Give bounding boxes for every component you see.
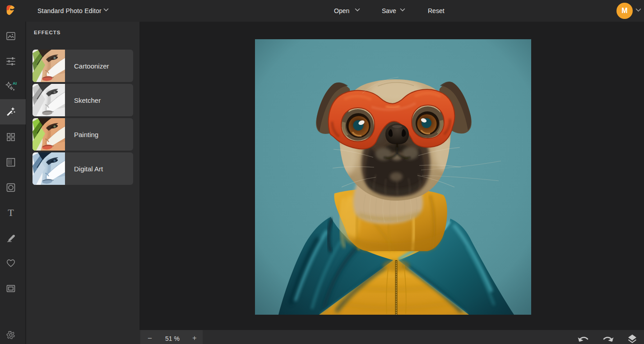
svg-text:T: T — [8, 207, 14, 218]
svg-text:AI: AI — [13, 81, 17, 86]
